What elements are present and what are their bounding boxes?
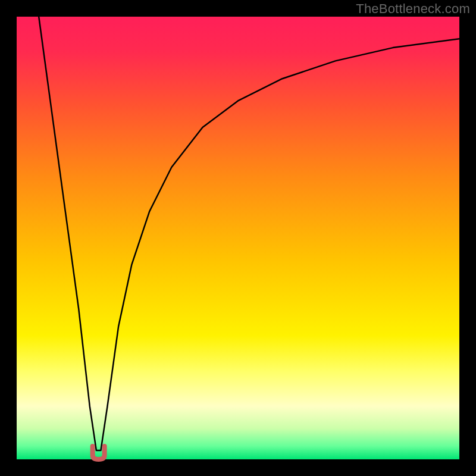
- watermark-text: TheBottleneck.com: [356, 1, 470, 17]
- bottleneck-chart: [0, 0, 476, 476]
- outer-frame: TheBottleneck.com: [0, 0, 476, 476]
- plot-background: [17, 17, 459, 459]
